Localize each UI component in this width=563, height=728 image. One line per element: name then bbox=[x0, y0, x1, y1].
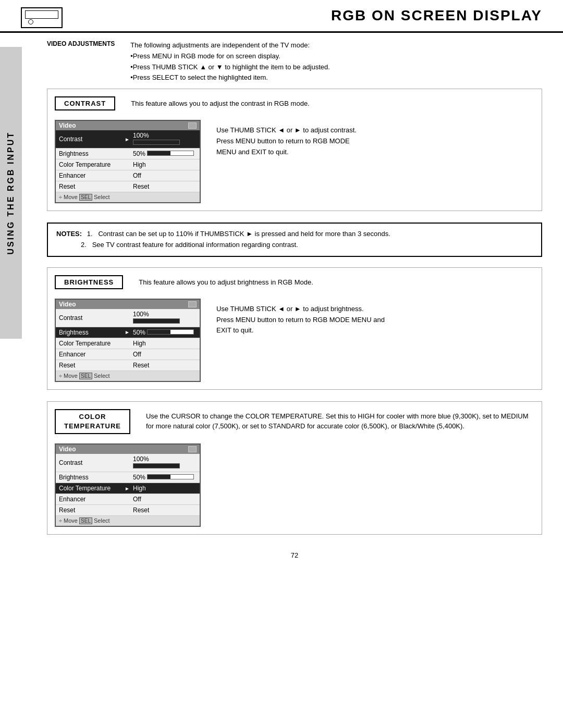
brightness-menu-usage-row: Video Contrast 100% Brightness ► bbox=[55, 299, 534, 382]
brightness-osd-menu: Video Contrast 100% Brightness ► bbox=[55, 299, 201, 382]
video-adjustments-label: VIDEO ADJUSTMENTS bbox=[47, 40, 115, 83]
brightness-row-enhancer: Enhancer Off bbox=[56, 349, 200, 360]
contrast-description: This feature allows you to adjust the co… bbox=[131, 96, 534, 109]
brightness-inner: BRIGHTNESS This feature allows you to ad… bbox=[55, 275, 534, 382]
notes-label: NOTES: bbox=[56, 230, 82, 238]
color-temp-row-enhancer: Enhancer Off bbox=[56, 494, 200, 505]
contrast-usage-text: Use THUMB STICK ◄ or ► to adjust contras… bbox=[216, 120, 534, 157]
brightness-row-contrast: Contrast 100% bbox=[56, 309, 200, 327]
contrast-row-contrast: Contrast ► 100% bbox=[56, 130, 200, 149]
color-temperature-inner: COLOR TEMPERATURE Use the CURSOR to chan… bbox=[55, 409, 534, 527]
brightness-header-row: BRIGHTNESS This feature allows you to ad… bbox=[55, 275, 534, 294]
contrast-label: CONTRAST bbox=[55, 96, 115, 110]
notes-box: NOTES: 1. Contrast can be set up to 110%… bbox=[47, 223, 542, 257]
color-temp-menu-title-icon bbox=[188, 446, 197, 452]
side-label: USING THE RGB INPUT bbox=[6, 131, 16, 255]
brightness-row-reset: Reset Reset bbox=[56, 360, 200, 371]
contrast-inner: CONTRAST This feature allows you to adju… bbox=[55, 96, 534, 203]
brightness-description: This feature allows you to adjust bright… bbox=[139, 275, 534, 288]
brightness-row-brightness: Brightness ► 50% bbox=[56, 327, 200, 338]
color-temp-menu-footer: ÷ Move SEL Select bbox=[56, 516, 200, 526]
menu-title-icon bbox=[188, 122, 197, 129]
instr-line-2: •Press MENU in RGB mode for on screen di… bbox=[130, 51, 330, 62]
contrast-row-colortemp: Color Temperature High bbox=[56, 159, 200, 170]
color-temp-row-brightness: Brightness 50% bbox=[56, 472, 200, 483]
brightness-section: BRIGHTNESS This feature allows you to ad… bbox=[47, 267, 542, 390]
contrast-menu-title: Video bbox=[56, 121, 200, 130]
color-temp-menu-title: Video bbox=[56, 445, 200, 454]
instr-line-3: •Press THUMB STICK ▲ or ▼ to highlight t… bbox=[130, 62, 330, 73]
color-temp-header-row: COLOR TEMPERATURE Use the CURSOR to chan… bbox=[55, 409, 534, 439]
color-temp-menu-usage-row: Video Contrast 100% Brightness bbox=[55, 443, 534, 527]
color-temp-row-colortemp: Color Temperature ► High bbox=[56, 483, 200, 494]
color-temp-label: COLOR TEMPERATURE bbox=[55, 409, 130, 434]
contrast-row-reset: Reset Reset bbox=[56, 181, 200, 192]
page-header: RGB ON SCREEN DISPLAY bbox=[0, 0, 563, 33]
brightness-menu-footer: ÷ Move SEL Select bbox=[56, 371, 200, 381]
brightness-usage-text: Use THUMB STICK ◄ or ► to adjust brightn… bbox=[216, 299, 534, 336]
page-title: RGB ON SCREEN DISPLAY bbox=[331, 7, 542, 24]
brightness-label: BRIGHTNESS bbox=[55, 275, 123, 289]
logo bbox=[21, 7, 63, 28]
instr-line-1: The following adjustments are independen… bbox=[130, 40, 330, 51]
contrast-row-brightness: Brightness 50% bbox=[56, 149, 200, 159]
color-temp-osd-menu: Video Contrast 100% Brightness bbox=[55, 443, 201, 527]
contrast-osd-menu: Video Contrast ► 100% Brightne bbox=[55, 120, 201, 203]
contrast-header-row: CONTRAST This feature allows you to adju… bbox=[55, 96, 534, 116]
color-temperature-section: COLOR TEMPERATURE Use the CURSOR to chan… bbox=[47, 401, 542, 535]
video-adjustments-instructions: The following adjustments are independen… bbox=[130, 40, 330, 83]
brightness-row-colortemp: Color Temperature High bbox=[56, 338, 200, 349]
color-temp-description: Use the CURSOR to change the COLOR TEMPE… bbox=[146, 409, 534, 431]
logo-icon bbox=[21, 7, 63, 28]
brightness-menu-title-icon bbox=[188, 301, 197, 307]
contrast-menu-footer: ÷ Move SEL Select bbox=[56, 192, 200, 202]
video-adjustments-section: VIDEO ADJUSTMENTS The following adjustme… bbox=[47, 33, 542, 89]
main-content: VIDEO ADJUSTMENTS The following adjustme… bbox=[26, 33, 563, 563]
instr-line-4: •Press SELECT to select the highlighted … bbox=[130, 72, 330, 83]
contrast-row-enhancer: Enhancer Off bbox=[56, 170, 200, 181]
color-temp-row-contrast: Contrast 100% bbox=[56, 454, 200, 472]
page-number: 72 bbox=[47, 546, 542, 563]
brightness-menu-title: Video bbox=[56, 300, 200, 309]
contrast-menu-usage-row: Video Contrast ► 100% Brightne bbox=[55, 120, 534, 203]
contrast-section: CONTRAST This feature allows you to adju… bbox=[47, 89, 542, 211]
side-label-container: USING THE RGB INPUT bbox=[0, 47, 22, 339]
color-temp-row-reset: Reset Reset bbox=[56, 505, 200, 516]
